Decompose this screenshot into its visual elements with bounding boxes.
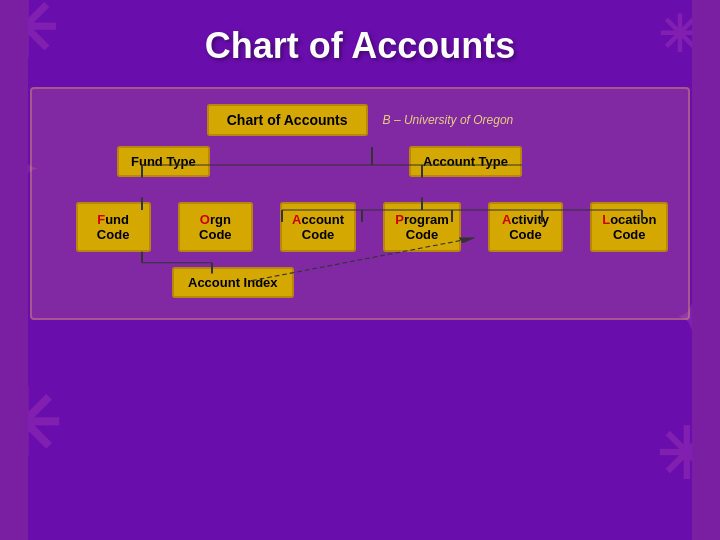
fund-code-box: Fund Code: [76, 202, 151, 252]
fund-type-box: Fund Type: [117, 146, 210, 177]
program-code-box: Program Code: [383, 202, 460, 252]
page-title: Chart of Accounts: [0, 0, 720, 87]
top-row: Chart of Accounts B – University of Oreg…: [52, 104, 668, 136]
account-code-box: Account Code: [280, 202, 356, 252]
chart-of-accounts-box: Chart of Accounts: [207, 104, 368, 136]
university-label: B – University of Oregon: [383, 113, 514, 127]
orgn-code-first-letter: O: [200, 212, 210, 227]
activity-code-box: Activity Code: [488, 202, 563, 252]
location-code-box: Location Code: [590, 202, 668, 252]
program-code-first-letter: P: [395, 212, 404, 227]
orgn-code-box: Orgn Code: [178, 202, 253, 252]
location-code-first-letter: L: [602, 212, 610, 227]
fund-code-first-letter: F: [97, 212, 105, 227]
activity-code-first-letter: A: [502, 212, 511, 227]
account-type-box: Account Type: [409, 146, 522, 177]
account-index-box: Account Index: [172, 267, 294, 298]
main-content: Chart of Accounts B – University of Oreg…: [30, 87, 690, 320]
diagram-area: Fund Type Account Type Fund Code Orgn Co…: [52, 146, 692, 298]
